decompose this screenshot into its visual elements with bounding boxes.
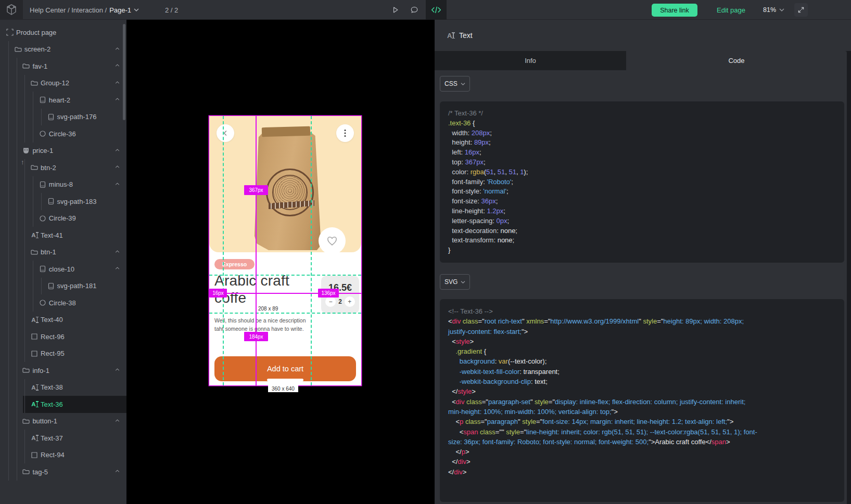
mask-layer-icon <box>22 147 30 155</box>
css-language-dropdown[interactable]: CSS <box>440 76 470 92</box>
layer-row-text-40[interactable]: AText-40 <box>0 312 126 329</box>
chevron-up-icon[interactable] <box>115 164 120 169</box>
layer-row-tag-5[interactable]: tag-5 <box>0 463 126 481</box>
tree-indent-guide <box>33 193 33 210</box>
layer-row-circle-38[interactable]: Circle-38 <box>0 294 126 312</box>
tree-indent-guide <box>8 294 9 312</box>
chevron-up-icon[interactable] <box>115 80 120 85</box>
layer-row-svg-path-176[interactable]: svg-path-176 <box>0 109 126 126</box>
quantity-decrease-button[interactable]: − <box>325 296 336 307</box>
layer-row-circle-39[interactable]: Circle-39 <box>0 210 126 227</box>
measure-badge-price-width: 136px <box>318 289 339 298</box>
breadcrumb-current-page: Page-1 <box>109 6 131 14</box>
layer-row-text-37[interactable]: AText-37 <box>0 430 126 447</box>
layer-row-btn-2[interactable]: btn-2 <box>0 159 126 176</box>
layer-label: Text-40 <box>41 316 63 324</box>
layer-row-btn-1[interactable]: btn-1 <box>0 244 126 261</box>
layer-label: Text-37 <box>41 434 63 442</box>
layer-row-rect-94[interactable]: Rect-94 <box>0 447 126 464</box>
quantity-increase-button[interactable]: + <box>345 296 355 307</box>
folder-layer-icon <box>14 45 22 54</box>
page-indicator: 2 / 2 <box>165 0 178 20</box>
chevron-up-icon[interactable] <box>115 266 120 270</box>
tree-indent-guide <box>17 176 17 193</box>
sidebar-scrollbar[interactable] <box>123 24 125 120</box>
layer-row-svg-path-181[interactable]: svg-path-181 <box>0 278 126 295</box>
layer-label: Circle-39 <box>49 214 76 222</box>
layer-row-group-12[interactable]: Group-12 <box>0 75 126 92</box>
zoom-level-dropdown[interactable]: 81% <box>763 0 784 20</box>
rect-layer-icon <box>30 451 39 459</box>
comment-button[interactable] <box>407 0 422 20</box>
layer-row-text-41[interactable]: AText-41 <box>0 227 126 244</box>
layer-row-minus-8[interactable]: minus-8 <box>0 176 126 193</box>
folder-layer-icon <box>22 417 30 425</box>
layer-row-svg-path-183[interactable]: svg-path-183 <box>0 193 126 210</box>
more-options-button[interactable] <box>336 124 354 142</box>
layer-row-info-1[interactable]: info-1 <box>0 362 126 379</box>
add-to-cart-button[interactable]: Add to cart <box>214 356 356 381</box>
tree-indent-guide <box>33 92 33 109</box>
chevron-up-icon[interactable] <box>115 97 120 101</box>
layer-row-heart-2[interactable]: heart-2 <box>0 92 126 109</box>
design-canvas[interactable]: Expresso Arabic craft coffe 16.5€ − 2 + … <box>126 20 435 504</box>
code-line: font-size: 36px; <box>448 197 836 206</box>
back-button[interactable] <box>217 124 234 142</box>
tree-indent-guide <box>24 430 25 447</box>
svg-layer-icon <box>47 282 55 290</box>
layer-row-rect-95[interactable]: Rect-95 <box>0 345 126 363</box>
tree-indent-guide <box>24 227 25 244</box>
layer-label: minus-8 <box>49 180 73 188</box>
tree-indent-guide <box>24 447 25 464</box>
tab-code[interactable]: Code <box>626 51 847 70</box>
share-link-button[interactable]: Share link <box>652 4 697 17</box>
chevron-up-icon[interactable] <box>115 367 120 372</box>
panel-scrollbar-track[interactable] <box>847 51 851 504</box>
product-screen-frame[interactable]: Expresso Arabic craft coffe 16.5€ − 2 + … <box>209 116 361 385</box>
chevron-up-icon[interactable] <box>115 418 120 423</box>
layer-row-close-10[interactable]: close-10 <box>0 261 126 278</box>
breadcrumb[interactable]: Help Center / Interaction / Page-1 <box>30 0 139 20</box>
chevron-up-icon[interactable] <box>115 46 120 51</box>
code-line: -webkit-background-clip: text; <box>448 377 836 386</box>
svg-code-block[interactable]: <!-- Text-36 --><div class="root rich-te… <box>440 299 844 502</box>
app-logo-icon[interactable] <box>0 0 23 20</box>
tab-info[interactable]: Info <box>435 51 626 70</box>
product-title[interactable]: Arabic craft coffe <box>214 272 308 306</box>
chevron-up-icon[interactable] <box>115 63 120 68</box>
svg-layer-icon <box>39 96 47 104</box>
favorite-button[interactable] <box>319 227 346 254</box>
tree-indent-guide <box>33 210 33 227</box>
chevron-up-icon[interactable] <box>115 469 120 473</box>
play-button[interactable] <box>387 0 403 20</box>
code-line: height: 89px; <box>448 138 836 148</box>
fullscreen-button[interactable] <box>794 3 808 17</box>
chevron-up-icon[interactable] <box>115 148 120 152</box>
layer-row-button-1[interactable]: button-1 <box>0 413 126 430</box>
chevron-up-icon[interactable] <box>115 249 120 254</box>
layer-row-text-36[interactable]: AText-36 <box>0 396 126 413</box>
svg-layer-icon <box>39 180 47 189</box>
layer-row-screen-2[interactable]: screen-2 <box>0 41 126 58</box>
tree-indent-guide <box>17 193 17 210</box>
layer-row-rect-96[interactable]: Rect-96 <box>0 328 126 345</box>
svg-language-dropdown[interactable]: SVG <box>440 274 470 290</box>
layer-row-price-1[interactable]: price-1 <box>0 143 126 160</box>
tree-indent-guide <box>8 345 9 363</box>
layer-row-text-38[interactable]: AText-38 <box>0 379 126 396</box>
category-tag[interactable]: Expresso <box>214 259 255 269</box>
code-view-tab[interactable] <box>426 0 447 20</box>
chevron-up-icon[interactable] <box>115 182 120 186</box>
layer-label: price-1 <box>32 147 53 154</box>
layer-label: heart-2 <box>49 96 70 104</box>
layer-row-fav-1[interactable]: fav-1 <box>0 58 126 75</box>
layer-row-circle-36[interactable]: Circle-36 <box>0 125 126 143</box>
tree-indent-guide <box>24 244 25 261</box>
tree-indent-guide <box>24 396 25 413</box>
layer-label: Text-36 <box>41 400 63 408</box>
edit-page-link[interactable]: Edit page <box>717 0 745 20</box>
css-code-block[interactable]: /* Text-36 */.text-36 { width: 208px; he… <box>440 101 844 263</box>
layer-row-product page[interactable]: Product page <box>0 24 126 41</box>
layer-label: Text-41 <box>41 231 63 239</box>
text-layer-icon: A <box>30 400 39 408</box>
